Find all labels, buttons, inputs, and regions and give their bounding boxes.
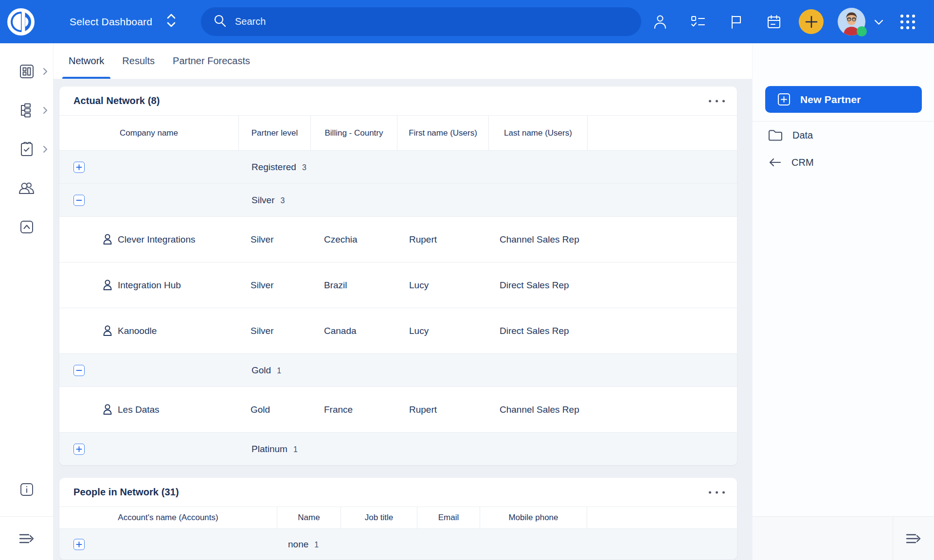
tab-partner-forecasts[interactable]: Partner Forecasts xyxy=(173,55,250,79)
arrow-left-icon xyxy=(768,157,782,168)
cell-company[interactable]: Integration Hub xyxy=(59,279,238,292)
user-icon[interactable] xyxy=(652,14,668,30)
card-title: People in Network (31) xyxy=(73,487,179,498)
group-label: Registered3 xyxy=(251,162,306,173)
unfold-icon xyxy=(166,13,177,31)
network-table-header: Company namePartner levelBilling - Count… xyxy=(59,115,737,150)
cell-last: Direct Sales Rep xyxy=(488,279,587,292)
expand-group-button[interactable] xyxy=(73,539,85,550)
topbar: Select Dashboard Search xyxy=(0,0,934,43)
panel-item-data[interactable]: Data xyxy=(753,122,934,149)
card-menu-kebab-icon[interactable] xyxy=(709,491,725,493)
main-content: Network Results Partner Forecasts Actual… xyxy=(54,43,752,560)
column-header[interactable]: Job title xyxy=(341,507,417,528)
cell-level: Silver xyxy=(238,279,310,292)
group-row: Registered3 xyxy=(59,150,737,183)
panel-item-crm[interactable]: CRM xyxy=(753,149,934,176)
cell-level: Silver xyxy=(238,324,310,338)
cell-first: Rupert xyxy=(397,403,488,417)
clipboard-check-icon xyxy=(19,141,35,158)
column-header[interactable] xyxy=(587,116,737,150)
tab-results[interactable]: Results xyxy=(122,55,155,79)
calendar-icon[interactable] xyxy=(766,14,782,30)
info-icon[interactable] xyxy=(0,482,53,497)
network-table-body: Registered3Silver3Clever IntegrationsSil… xyxy=(59,150,737,465)
account-person-icon xyxy=(102,325,113,336)
table-row: Les DatasGoldFranceRupertChannel Sales R… xyxy=(59,386,737,432)
flag-icon[interactable] xyxy=(728,14,744,30)
cell-first: Lucy xyxy=(397,279,488,292)
app-logo-icon[interactable] xyxy=(0,0,42,43)
column-header[interactable]: Company name xyxy=(59,116,238,150)
tab-bar: Network Results Partner Forecasts xyxy=(54,43,752,79)
group-label: Silver3 xyxy=(251,195,285,206)
column-header[interactable]: Last name (Users) xyxy=(488,116,587,150)
group-row: Platinum1 xyxy=(59,432,737,465)
chevron-right-icon xyxy=(42,106,48,115)
group-label: Platinum1 xyxy=(251,444,298,455)
apps-grid-icon[interactable] xyxy=(898,13,917,33)
group-row: Gold1 xyxy=(59,353,737,386)
expand-sidebar-button[interactable] xyxy=(0,516,53,560)
dashboard-selector[interactable]: Select Dashboard xyxy=(70,13,177,31)
actual-network-card: Actual Network (8) Company namePartner l… xyxy=(59,87,737,465)
hierarchy-icon xyxy=(18,103,35,118)
table-row: KanoodleSilverCanadaLucyDirect Sales Rep xyxy=(59,308,737,353)
expand-group-button[interactable] xyxy=(73,443,85,455)
panel-item-label: CRM xyxy=(791,157,814,168)
group-row: Silver3 xyxy=(59,183,737,216)
sidebar-item-clipboard-check[interactable] xyxy=(0,130,53,169)
people-icon xyxy=(18,181,36,195)
group-label: Gold1 xyxy=(251,365,281,376)
expand-group-button[interactable] xyxy=(73,161,85,173)
cell-last: Channel Sales Rep xyxy=(488,403,587,417)
user-avatar[interactable] xyxy=(838,8,865,35)
column-header[interactable]: First name (Users) xyxy=(397,116,488,150)
cell-last: Channel Sales Rep xyxy=(488,233,587,246)
column-header[interactable]: Partner level xyxy=(238,116,310,150)
search-input[interactable]: Search xyxy=(201,7,641,36)
people-table-body: none1 xyxy=(59,528,737,560)
cell-last: Direct Sales Rep xyxy=(488,324,587,338)
sidebar-item-hierarchy[interactable] xyxy=(0,91,53,130)
people-in-network-card: People in Network (31) Account's name (A… xyxy=(59,478,737,560)
cell-company[interactable]: Kanoodle xyxy=(59,324,238,338)
collapse-group-button[interactable] xyxy=(73,194,85,206)
right-panel-footer xyxy=(753,516,934,560)
collapse-panel-button[interactable] xyxy=(893,517,934,560)
tab-network[interactable]: Network xyxy=(69,55,104,79)
cell-country: Canada xyxy=(310,324,397,338)
sidebar-item-dashboard[interactable] xyxy=(0,52,53,91)
quick-add-button[interactable] xyxy=(799,9,824,34)
table-row: Integration HubSilverBrazilLucyDirect Sa… xyxy=(59,262,737,308)
collapse-group-button[interactable] xyxy=(73,365,85,376)
cell-company[interactable]: Clever Integrations xyxy=(59,233,238,246)
account-person-icon xyxy=(102,279,113,291)
sidebar-item-collapse-box[interactable] xyxy=(0,208,53,246)
user-menu-chevron-icon[interactable] xyxy=(874,18,883,27)
cell-country: Czechia xyxy=(310,233,397,246)
cell-country: Brazil xyxy=(310,279,397,292)
tasks-icon[interactable] xyxy=(690,14,706,30)
chevron-right-icon xyxy=(42,67,48,76)
account-person-icon xyxy=(102,403,113,415)
column-header[interactable]: Billing - Country xyxy=(310,116,397,150)
plus-box-icon xyxy=(777,93,790,106)
column-header[interactable]: Account's name (Accounts) xyxy=(59,507,277,528)
column-header[interactable]: Mobile phone xyxy=(480,507,587,528)
sidebar-item-people[interactable] xyxy=(0,169,53,208)
account-person-icon xyxy=(102,233,113,245)
search-icon xyxy=(213,13,227,30)
group-row: none1 xyxy=(59,528,737,560)
card-menu-kebab-icon[interactable] xyxy=(709,100,725,102)
chevron-right-icon xyxy=(42,145,48,154)
left-sidebar xyxy=(0,43,54,560)
dashboard-icon xyxy=(18,63,35,80)
column-header[interactable] xyxy=(587,507,737,528)
new-partner-button[interactable]: New Partner xyxy=(765,86,922,113)
actual-network-card-header: Actual Network (8) xyxy=(59,87,737,115)
new-partner-label: New Partner xyxy=(800,94,861,105)
column-header[interactable]: Email xyxy=(417,507,480,528)
column-header[interactable]: Name xyxy=(277,507,341,528)
cell-company[interactable]: Les Datas xyxy=(59,403,238,417)
